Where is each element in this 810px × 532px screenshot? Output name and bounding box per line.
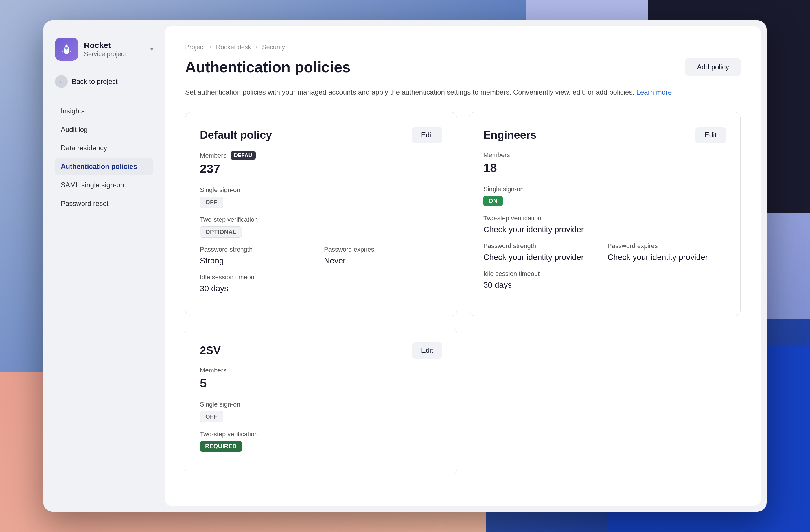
sso-field-2sv: Single sign-on OFF xyxy=(200,401,442,422)
project-logo xyxy=(55,37,78,61)
sidebar: Rocket Service project ▾ ← Back to proje… xyxy=(44,20,165,512)
edit-button-engineers[interactable]: Edit xyxy=(695,127,726,143)
breadcrumb-sep-1: / xyxy=(209,44,211,51)
two-step-label-engineers: Two-step verification xyxy=(483,215,726,222)
idle-session-value-engineers: 30 days xyxy=(483,280,726,290)
learn-more-link[interactable]: Learn more xyxy=(636,88,672,96)
breadcrumb-sep-2: / xyxy=(256,44,257,51)
back-icon: ← xyxy=(55,75,68,88)
policy-card-header-default: Default policy Edit xyxy=(200,127,442,143)
page-description: Set authentication policies with your ma… xyxy=(185,87,741,98)
password-strength-value-engineers: Check your identity provider xyxy=(483,253,602,262)
members-label-default: Members DEFAU xyxy=(200,151,442,160)
two-step-badge-2sv: REQUIRED xyxy=(200,441,242,452)
password-expires-label-default: Password expires xyxy=(324,246,442,253)
sidebar-navigation: Insights Audit log Data residency Authen… xyxy=(55,102,153,212)
two-step-value-engineers: Check your identity provider xyxy=(483,225,726,234)
sso-badge-engineers: ON xyxy=(483,196,503,206)
policy-card-default: Default policy Edit Members DEFAU 237 Si… xyxy=(185,112,457,316)
project-name: Rocket xyxy=(84,40,145,50)
edit-button-2sv[interactable]: Edit xyxy=(412,342,442,359)
description-text: Set authentication policies with your ma… xyxy=(185,88,634,96)
two-step-label-2sv: Two-step verification xyxy=(200,431,442,438)
idle-session-field-default: Idle session timeout 30 days xyxy=(200,273,442,293)
project-info: Rocket Service project xyxy=(84,40,145,58)
back-button-label: Back to project xyxy=(72,78,118,86)
two-step-field-engineers: Two-step verification Check your identit… xyxy=(483,215,726,234)
breadcrumb-project[interactable]: Project xyxy=(185,44,205,51)
back-to-project-button[interactable]: ← Back to project xyxy=(55,75,153,88)
svg-point-1 xyxy=(65,47,68,50)
two-step-badge-default: OPTIONAL xyxy=(200,227,242,238)
sso-label-default: Single sign-on xyxy=(200,186,442,194)
page-header: Authentication policies Add policy xyxy=(185,58,741,76)
password-strength-label-default: Password strength xyxy=(200,246,318,253)
password-strength-field-default: Password strength Strong xyxy=(200,246,318,265)
add-policy-button[interactable]: Add policy xyxy=(685,58,741,76)
sso-field-engineers: Single sign-on ON xyxy=(483,185,726,206)
policy-title-default: Default policy xyxy=(200,129,272,142)
page-title: Authentication policies xyxy=(185,59,351,76)
password-expires-field-default: Password expires Never xyxy=(324,246,442,265)
sidebar-item-audit-log[interactable]: Audit log xyxy=(55,121,153,138)
idle-session-value-default: 30 days xyxy=(200,284,442,293)
members-label-2sv: Members xyxy=(200,367,442,374)
sidebar-item-password-reset[interactable]: Password reset xyxy=(55,195,153,212)
password-strength-label-engineers: Password strength xyxy=(483,242,602,250)
idle-session-label-engineers: Idle session timeout xyxy=(483,270,726,278)
policy-grid: Default policy Edit Members DEFAU 237 Si… xyxy=(185,112,741,475)
sidebar-item-insights[interactable]: Insights xyxy=(55,102,153,120)
sidebar-header: Rocket Service project ▾ xyxy=(55,37,153,61)
policy-title-engineers: Engineers xyxy=(483,129,537,142)
main-content: Project / Rocket desk / Security Authent… xyxy=(165,26,761,506)
two-step-field-2sv: Two-step verification REQUIRED xyxy=(200,431,442,452)
password-expires-label-engineers: Password expires xyxy=(608,242,726,250)
idle-session-label-default: Idle session timeout xyxy=(200,273,442,281)
sidebar-item-data-residency[interactable]: Data residency xyxy=(55,139,153,157)
project-subtitle: Service project xyxy=(84,50,145,58)
two-step-label-default: Two-step verification xyxy=(200,216,442,223)
password-row-default: Password strength Strong Password expire… xyxy=(200,246,442,265)
password-expires-value-engineers: Check your identity provider xyxy=(608,253,726,262)
sidebar-item-saml-sso[interactable]: SAML single sign-on xyxy=(55,176,153,194)
policy-card-header-engineers: Engineers Edit xyxy=(483,127,726,143)
sidebar-item-authentication-policies[interactable]: Authentication policies xyxy=(55,158,153,175)
sso-badge-2sv: OFF xyxy=(200,411,223,422)
members-count-2sv: 5 xyxy=(200,377,442,390)
app-window: Rocket Service project ▾ ← Back to proje… xyxy=(44,20,766,512)
policy-card-header-2sv: 2SV Edit xyxy=(200,342,442,359)
sso-field-default: Single sign-on OFF xyxy=(200,186,442,208)
members-count-default: 237 xyxy=(200,162,442,176)
breadcrumb: Project / Rocket desk / Security xyxy=(185,44,741,51)
default-badge: DEFAU xyxy=(230,151,256,160)
edit-button-default[interactable]: Edit xyxy=(412,127,442,143)
policy-card-engineers: Engineers Edit Members 18 Single sign-on… xyxy=(469,112,741,316)
password-expires-value-default: Never xyxy=(324,256,442,265)
breadcrumb-rocket-desk[interactable]: Rocket desk xyxy=(216,44,251,51)
sso-badge-default: OFF xyxy=(200,197,223,208)
sso-label-engineers: Single sign-on xyxy=(483,185,726,193)
password-strength-value-default: Strong xyxy=(200,256,318,265)
idle-session-field-engineers: Idle session timeout 30 days xyxy=(483,270,726,290)
password-expires-field-engineers: Password expires Check your identity pro… xyxy=(608,242,726,262)
two-step-field-default: Two-step verification OPTIONAL xyxy=(200,216,442,238)
breadcrumb-security[interactable]: Security xyxy=(262,44,285,51)
members-count-engineers: 18 xyxy=(483,161,726,175)
project-dropdown-icon[interactable]: ▾ xyxy=(150,46,153,53)
sso-label-2sv: Single sign-on xyxy=(200,401,442,408)
members-label-engineers: Members xyxy=(483,151,726,159)
password-row-engineers: Password strength Check your identity pr… xyxy=(483,242,726,262)
policy-title-2sv: 2SV xyxy=(200,344,221,357)
password-strength-field-engineers: Password strength Check your identity pr… xyxy=(483,242,602,262)
policy-card-2sv: 2SV Edit Members 5 Single sign-on OFF Tw… xyxy=(185,328,457,475)
